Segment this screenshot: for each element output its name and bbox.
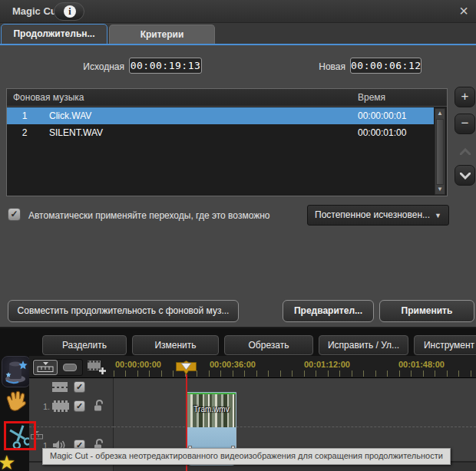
move-down-button[interactable] [455, 165, 475, 186]
scrollbar-thumb[interactable] [436, 119, 444, 185]
info-button[interactable]: i [54, 2, 84, 21]
ruler-view-icon [37, 362, 54, 373]
ruler-label-3: 00:01:48:00 [398, 360, 445, 369]
close-icon[interactable]: × [455, 2, 472, 19]
tool-button[interactable]: Инструмент [414, 335, 476, 355]
video-track-lock-icon[interactable] [94, 399, 104, 415]
new-duration-field[interactable]: 00:00:06:12 [350, 58, 421, 74]
highlight-box [4, 421, 36, 450]
app-window: Magic Cut i × Продолжительн... Критерии … [0, 0, 476, 471]
list-row-silent-wav[interactable]: 2 SILENT.WAV 00:00:01:00 [7, 124, 434, 141]
auto-transitions-checkbox[interactable]: ✓ [8, 208, 21, 221]
add-track-icon [87, 359, 107, 376]
lane-separator-header [29, 427, 114, 427]
row-name: SILENT.WAV [49, 127, 103, 138]
timeline-ruler[interactable] [114, 371, 476, 377]
original-duration-field[interactable]: 00:00:19:13 [129, 58, 202, 74]
match-duration-button[interactable]: Совместить продолжительность с фоновой м… [8, 300, 239, 322]
fix-improve-button[interactable]: Исправить / Ул... [319, 335, 408, 355]
preview-button[interactable]: Предварител... [283, 300, 374, 322]
clip-video-label: Tram.wmv [187, 405, 236, 413]
playhead-marker[interactable] [176, 361, 197, 378]
list-scrollbar[interactable]: ▲ ▼ [435, 108, 445, 195]
magic-cut-tooltip: Magic Cut - обрезка неотредактированного… [42, 448, 451, 465]
ruler-label-2: 00:01:12:00 [304, 360, 350, 369]
storyboard-view-icon [62, 363, 78, 372]
row-name: Click.WAV [49, 110, 91, 121]
new-duration-label: Новая [269, 61, 345, 72]
add-music-button[interactable]: + [455, 87, 475, 107]
background-music-list: Фоновая музыка Время 1 Click.WAV 00:00:0… [6, 88, 448, 196]
list-header: Фоновая музыка Время [7, 89, 447, 107]
tab-duration[interactable]: Продолжительн... [1, 24, 107, 44]
track-group-icon [52, 382, 68, 392]
transition-dropdown[interactable]: Постепенное исчезновен... ▼ [307, 205, 449, 226]
scroll-up-icon[interactable]: ▲ [435, 109, 445, 118]
move-up-button[interactable] [455, 141, 475, 162]
row-time: 00:00:01:00 [358, 127, 406, 138]
trim-button[interactable]: Обрезать [224, 335, 313, 355]
auto-transitions-label: Автоматически применяйте переходы, где э… [28, 210, 270, 221]
track-group-checkbox[interactable]: ✓ [74, 381, 85, 393]
video-track-checkbox[interactable]: ✓ [74, 400, 85, 412]
dialog-tabbar: Продолжительн... Критерии [0, 23, 476, 45]
dropdown-arrow-icon: ▼ [435, 212, 441, 219]
magic-hat-icon [2, 375, 29, 388]
edit-button[interactable]: Изменить [132, 335, 219, 355]
lane-separator [114, 427, 476, 427]
magic-cut-dialog: Magic Cut i × Продолжительн... Критерии … [0, 0, 476, 328]
timeline-view-button[interactable] [33, 360, 58, 375]
column-time: Время [358, 92, 385, 103]
info-icon: i [64, 5, 76, 18]
add-track-button[interactable] [86, 357, 107, 377]
transition-dropdown-value: Постепенное исчезновен... [315, 209, 430, 220]
split-button[interactable]: Разделить [42, 335, 127, 355]
video-track-icon [52, 400, 69, 412]
hand-tool-icon[interactable] [5, 390, 27, 420]
dialog-titlebar: Magic Cut i × [0, 0, 476, 23]
scroll-down-icon[interactable]: ▼ [435, 185, 445, 194]
row-index: 2 [18, 127, 31, 138]
star-tool-icon[interactable]: ★ [0, 451, 15, 471]
tab-criteria[interactable]: Критерии [109, 25, 215, 44]
magic-effects-button[interactable] [2, 356, 31, 387]
storyboard-view-button[interactable] [58, 360, 82, 375]
list-row-click-wav[interactable]: 1 Click.WAV 00:00:00:01 [7, 107, 434, 124]
ruler-label-1: 00:00:36:00 [210, 360, 256, 369]
tab-underline [0, 44, 476, 45]
apply-button[interactable]: Применить [379, 300, 474, 322]
remove-music-button[interactable]: − [455, 114, 475, 134]
timeline-view-switch [32, 359, 83, 376]
row-index: 1 [18, 110, 31, 121]
dialog-title: Magic Cut [12, 5, 60, 17]
video-track-number: 1. [43, 402, 50, 411]
clip-video-thumbnail: Tram.wmv [187, 393, 236, 427]
timeline-topbar: 00:00:00:00 00:00:36:00 00:01:12:00 00:0… [29, 356, 476, 378]
column-music: Фоновая музыка [13, 92, 84, 103]
ruler-label-0: 00:00:00:00 [115, 360, 161, 369]
original-duration-label: Исходная [46, 61, 124, 72]
row-time: 00:00:00:01 [358, 110, 406, 121]
